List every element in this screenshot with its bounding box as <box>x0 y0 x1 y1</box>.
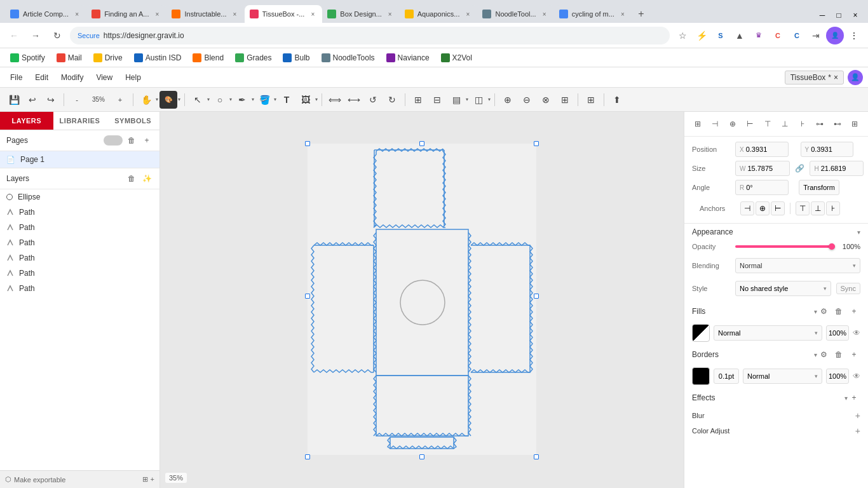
select-tool-arrow[interactable]: ▾ <box>207 97 210 102</box>
hand-tool[interactable]: ✋ <box>137 91 155 109</box>
arrange-tool[interactable]: ▤ <box>447 91 465 109</box>
blur-add-button[interactable]: + <box>855 410 860 421</box>
anchor-top[interactable]: ⊤ <box>796 201 810 215</box>
tab-close-aquaponics[interactable]: × <box>463 10 472 18</box>
user-avatar-app[interactable]: 👤 <box>848 70 863 85</box>
ellipse-tool[interactable]: ○ <box>211 91 229 109</box>
fills-delete-button[interactable]: 🗑 <box>832 305 845 318</box>
hand-tool-arrow[interactable]: ▾ <box>156 97 158 102</box>
border-size-field[interactable]: 0.1pt <box>714 369 739 384</box>
anchor-center-h[interactable]: ⊕ <box>756 201 770 215</box>
fill-visibility-button[interactable]: 👁 <box>853 329 860 337</box>
zoom-minus-button[interactable]: - <box>68 91 86 109</box>
canvas-area[interactable]: 35% <box>160 112 684 488</box>
handle-bottom-center[interactable] <box>419 454 424 459</box>
border-opacity-value[interactable]: 100% <box>826 369 849 384</box>
bookmark-austinisd[interactable]: Austin ISD <box>129 52 187 64</box>
flip-h-tool[interactable]: ⟺ <box>326 91 344 109</box>
border-color-swatch[interactable] <box>692 367 710 385</box>
borders-settings-button[interactable]: ⚙ <box>817 348 830 361</box>
opacity-slider[interactable] <box>735 245 835 248</box>
bookmark-x2vol[interactable]: X2Vol <box>436 52 477 64</box>
fill-color-swatch[interactable] <box>692 324 710 342</box>
layer-path-5[interactable]: Path <box>0 266 159 281</box>
extension-c-icon[interactable]: C <box>769 27 787 44</box>
image-tool-arrow[interactable]: ▾ <box>315 97 318 102</box>
size-link-icon[interactable]: 🔗 <box>795 164 804 173</box>
layer-ellipse[interactable]: Ellipse <box>0 189 159 205</box>
fill-tool[interactable]: 🪣 <box>255 91 273 109</box>
blending-select[interactable]: Normal ▾ <box>735 258 860 273</box>
tab-libraries[interactable]: LIBRARIES <box>53 112 107 130</box>
anchor-bottom[interactable]: ⊦ <box>826 201 840 215</box>
grid-tool[interactable]: ⊞ <box>582 91 600 109</box>
tab-noodletool[interactable]: NoodleTool... × <box>477 5 553 23</box>
extension-crown-icon[interactable]: ♛ <box>750 27 768 44</box>
tab-layers[interactable]: LAYERS <box>0 112 53 130</box>
add-layer-button[interactable]: ✨ <box>140 172 153 185</box>
doc-title-display[interactable]: TissueBox * × <box>785 71 844 85</box>
ungroup-tool[interactable]: ⊟ <box>428 91 446 109</box>
close-button[interactable]: × <box>848 8 863 23</box>
effects-section-header[interactable]: Effects ▾ + <box>684 388 868 408</box>
back-button[interactable]: ← <box>5 27 23 44</box>
border-visibility-button[interactable]: 👁 <box>853 372 860 381</box>
pages-toggle[interactable] <box>104 135 123 146</box>
size-h-field[interactable]: H <box>810 161 863 176</box>
effects-add-button[interactable]: + <box>848 391 860 404</box>
tab-finding[interactable]: Finding an A... × <box>86 5 166 23</box>
borders-section-header[interactable]: Borders ▾ ⚙ 🗑 + <box>684 344 868 365</box>
color-adjust-add-button[interactable]: + <box>855 426 860 436</box>
path-difference-tool[interactable]: ⊞ <box>556 91 574 109</box>
tab-close-instructable[interactable]: × <box>231 10 240 18</box>
doc-title-close[interactable]: × <box>834 73 838 82</box>
extension-triangle-icon[interactable]: ▲ <box>731 27 749 44</box>
extension-c2-icon[interactable]: C <box>788 27 806 44</box>
add-page-button[interactable]: + <box>140 134 153 147</box>
layer-path-2[interactable]: Path <box>0 220 159 235</box>
image-tool[interactable]: 🖼 <box>297 91 315 109</box>
anchor-left[interactable]: ⊣ <box>740 201 754 215</box>
bookmark-noodletools[interactable]: NoodleTools <box>316 52 380 64</box>
path-subtract-tool[interactable]: ⊖ <box>518 91 536 109</box>
flip-v-tool[interactable]: ⟷ <box>345 91 363 109</box>
bookmark-naviance[interactable]: Naviance <box>381 52 435 64</box>
appearance-section-header[interactable]: Appearance ▾ <box>684 224 868 240</box>
tab-article[interactable]: Article Comp... × <box>5 5 86 23</box>
export-options-button[interactable]: ⊞ <box>142 475 148 484</box>
handle-mid-right[interactable] <box>534 294 539 299</box>
menu-view[interactable]: View <box>91 71 118 85</box>
tab-tissuebox[interactable]: TissueBox -... × <box>245 5 323 23</box>
handle-top-center[interactable] <box>419 141 424 146</box>
export-tool[interactable]: ⬆ <box>608 91 626 109</box>
align-horizontal-left[interactable]: ⊣ <box>707 116 724 132</box>
layer-path-3[interactable]: Path <box>0 235 159 250</box>
size-h-value[interactable] <box>821 165 859 172</box>
border-mode-select[interactable]: Normal ▾ <box>743 369 822 384</box>
bookmark-spotify[interactable]: Spotify <box>5 52 50 64</box>
color-picker-tool[interactable]: 🎨 <box>159 91 177 109</box>
save-button[interactable]: 💾 <box>5 91 23 109</box>
layer-path-6[interactable]: Path <box>0 281 159 296</box>
extension-s-icon[interactable]: S <box>712 27 729 44</box>
path-union-tool[interactable]: ⊕ <box>499 91 517 109</box>
sync-button[interactable]: Sync <box>836 283 860 294</box>
anchor-center-v[interactable]: ⊥ <box>811 201 825 215</box>
menu-edit[interactable]: Edit <box>30 71 53 85</box>
pen-tool[interactable]: ✒ <box>233 91 251 109</box>
bookmark-drive[interactable]: Drive <box>88 52 128 64</box>
align-horizontal-center[interactable]: ⊕ <box>724 116 741 132</box>
extension-power-icon[interactable]: ⚡ <box>693 27 710 44</box>
tab-close-cycling[interactable]: × <box>618 10 627 18</box>
bookmark-mail[interactable]: Mail <box>51 52 87 64</box>
delete-layer-button[interactable]: 🗑 <box>125 172 138 185</box>
tissue-box-svg[interactable] <box>308 144 536 455</box>
tab-close-tissuebox[interactable]: × <box>308 10 317 18</box>
handle-top-left[interactable] <box>305 141 310 146</box>
angle-r-field[interactable]: R <box>735 180 789 195</box>
maximize-button[interactable]: □ <box>831 8 846 23</box>
layer-path-4[interactable]: Path <box>0 250 159 266</box>
fill-mode-select[interactable]: Normal ▾ <box>714 325 822 341</box>
page-item-1[interactable]: 📄 Page 1 <box>0 151 159 168</box>
path-intersect-tool[interactable]: ⊗ <box>537 91 555 109</box>
